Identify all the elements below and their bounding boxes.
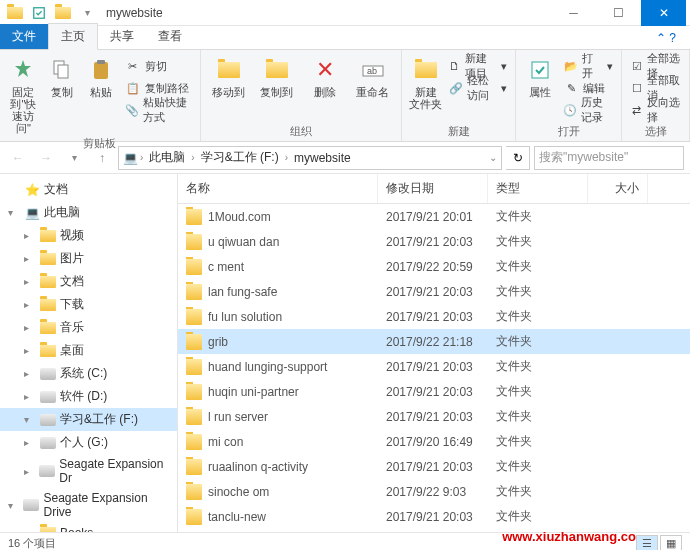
- expand-icon[interactable]: ▸: [24, 437, 36, 448]
- recent-locations-button[interactable]: ▾: [62, 146, 86, 170]
- tab-share[interactable]: 共享: [98, 24, 146, 49]
- expand-icon[interactable]: ▸: [24, 466, 35, 477]
- search-input[interactable]: 搜索"mywebsite": [534, 146, 684, 170]
- tree-item[interactable]: ▸图片: [0, 247, 177, 270]
- copy-to-button[interactable]: 复制到: [255, 54, 299, 122]
- column-date[interactable]: 修改日期: [378, 174, 488, 203]
- paste-shortcut-button[interactable]: 📎粘贴快捷方式: [123, 100, 194, 120]
- file-row[interactable]: huqin uni-partner2017/9/21 20:03文件夹: [178, 379, 690, 404]
- properties-button[interactable]: 属性: [522, 54, 557, 122]
- history-button[interactable]: 🕓历史记录: [561, 100, 615, 120]
- column-name[interactable]: 名称: [178, 174, 378, 203]
- delete-button[interactable]: ✕删除: [303, 54, 347, 122]
- expand-icon[interactable]: ▸: [24, 276, 36, 287]
- select-none-icon: ☐: [630, 80, 642, 96]
- expand-icon[interactable]: ▸: [24, 299, 36, 310]
- ribbon-help[interactable]: ⌃ ?: [650, 27, 682, 49]
- crumb-drive[interactable]: 学习&工作 (F:): [197, 149, 283, 166]
- file-row[interactable]: tanclu-new2017/9/21 20:03文件夹: [178, 504, 690, 529]
- minimize-button[interactable]: ─: [551, 0, 596, 26]
- easy-access-button[interactable]: 🔗轻松访问 ▾: [447, 78, 509, 98]
- tree-item[interactable]: ⭐文档: [0, 178, 177, 201]
- paste-button[interactable]: 粘贴: [84, 54, 119, 134]
- expand-icon[interactable]: ▸: [24, 322, 36, 333]
- tree-item[interactable]: ▾💻此电脑: [0, 201, 177, 224]
- tab-home[interactable]: 主页: [48, 23, 98, 50]
- crumb-this-pc[interactable]: 此电脑: [145, 149, 189, 166]
- tree-item[interactable]: ▾Seagate Expansion Drive: [0, 488, 177, 522]
- file-row[interactable]: zi anule-main2017/9/21 20:02文件夹: [178, 529, 690, 532]
- pin-to-quick-access-button[interactable]: 固定到"快速访问": [6, 54, 41, 134]
- navigation-pane[interactable]: ⭐文档▾💻此电脑▸视频▸图片▸文档▸下载▸音乐▸桌面▸系统 (C:)▸软件 (D…: [0, 174, 178, 532]
- open-button[interactable]: 📂打开 ▾: [561, 56, 615, 76]
- tree-item[interactable]: ▸视频: [0, 224, 177, 247]
- tree-item[interactable]: ▸桌面: [0, 339, 177, 362]
- file-list[interactable]: 名称 修改日期 类型 大小 1Moud.com2017/9/21 20:01文件…: [178, 174, 690, 532]
- new-folder-button[interactable]: 新建 文件夹: [408, 54, 443, 122]
- copy-button[interactable]: 复制: [45, 54, 80, 134]
- file-row[interactable]: huand lunging-support2017/9/21 20:03文件夹: [178, 354, 690, 379]
- invert-selection-button[interactable]: ⇄反向选择: [628, 100, 683, 120]
- tree-item[interactable]: ▸Seagate Expansion Dr: [0, 454, 177, 488]
- breadcrumb-dropdown[interactable]: ⌄: [489, 152, 497, 163]
- column-type[interactable]: 类型: [488, 174, 588, 203]
- tab-file[interactable]: 文件: [0, 24, 48, 49]
- maximize-button[interactable]: ☐: [596, 0, 641, 26]
- expand-icon[interactable]: ▸: [24, 230, 36, 241]
- expand-icon[interactable]: ▸: [24, 368, 36, 379]
- folder-icon[interactable]: [4, 2, 26, 24]
- details-view-button[interactable]: ☰: [636, 535, 658, 551]
- file-row[interactable]: l run server2017/9/21 20:03文件夹: [178, 404, 690, 429]
- refresh-button[interactable]: ↻: [506, 146, 530, 170]
- thumbnails-view-button[interactable]: ▦: [660, 535, 682, 551]
- file-type: 文件夹: [488, 281, 588, 302]
- close-button[interactable]: ✕: [641, 0, 686, 26]
- file-date: 2017/9/21 20:03: [378, 383, 488, 401]
- file-name: huand lunging-support: [208, 360, 327, 374]
- file-row[interactable]: sinoche om2017/9/22 9:03文件夹: [178, 479, 690, 504]
- file-name: grib: [208, 335, 228, 349]
- back-button[interactable]: ←: [6, 146, 30, 170]
- tab-view[interactable]: 查看: [146, 24, 194, 49]
- up-button[interactable]: ↑: [90, 146, 114, 170]
- expand-icon[interactable]: ▸: [24, 253, 36, 264]
- breadcrumb[interactable]: 💻 › 此电脑 › 学习&工作 (F:) › mywebsite ⌄: [118, 146, 502, 170]
- move-to-button[interactable]: 移动到: [207, 54, 251, 122]
- cut-button[interactable]: ✂剪切: [123, 56, 194, 76]
- tree-label: Seagate Expansion Drive: [43, 491, 173, 519]
- file-row[interactable]: ruaalinon q-activity2017/9/21 20:03文件夹: [178, 454, 690, 479]
- tree-icon: [40, 435, 56, 451]
- file-date: 2017/9/22 20:59: [378, 258, 488, 276]
- tree-item[interactable]: Books: [0, 522, 177, 532]
- crumb-folder[interactable]: mywebsite: [290, 151, 355, 165]
- copy-path-icon: 📋: [125, 80, 141, 96]
- qat-dropdown[interactable]: ▾: [76, 2, 98, 24]
- file-row[interactable]: u qiwuan dan2017/9/21 20:03文件夹: [178, 229, 690, 254]
- title-bar: ▾ mywebsite ─ ☐ ✕: [0, 0, 690, 26]
- tree-item[interactable]: ▾学习&工作 (F:): [0, 408, 177, 431]
- file-row[interactable]: c ment2017/9/22 20:59文件夹: [178, 254, 690, 279]
- tree-item[interactable]: ▸音乐: [0, 316, 177, 339]
- qat-new-folder[interactable]: [52, 2, 74, 24]
- file-row[interactable]: mi con2017/9/20 16:49文件夹: [178, 429, 690, 454]
- expand-icon[interactable]: ▾: [8, 500, 19, 511]
- forward-button[interactable]: →: [34, 146, 58, 170]
- tree-item[interactable]: ▸文档: [0, 270, 177, 293]
- expand-icon[interactable]: ▾: [8, 207, 20, 218]
- expand-icon[interactable]: ▾: [24, 414, 36, 425]
- tree-item[interactable]: ▸系统 (C:): [0, 362, 177, 385]
- file-row[interactable]: 1Moud.com2017/9/21 20:01文件夹: [178, 204, 690, 229]
- file-row[interactable]: grib2017/9/22 21:18文件夹: [178, 329, 690, 354]
- column-size[interactable]: 大小: [588, 174, 648, 203]
- qat-properties[interactable]: [28, 2, 50, 24]
- rename-button[interactable]: ab重命名: [351, 54, 395, 122]
- tree-item[interactable]: ▸软件 (D:): [0, 385, 177, 408]
- tree-item[interactable]: ▸下载: [0, 293, 177, 316]
- file-row[interactable]: lan fung-safe2017/9/21 20:03文件夹: [178, 279, 690, 304]
- expand-icon[interactable]: ▸: [24, 391, 36, 402]
- tree-item[interactable]: ▸个人 (G:): [0, 431, 177, 454]
- ribbon-group-organize: 移动到 复制到 ✕删除 ab重命名 组织: [201, 50, 402, 141]
- expand-icon[interactable]: ▸: [24, 345, 36, 356]
- tree-icon: [40, 366, 56, 382]
- file-row[interactable]: fu lun solution2017/9/21 20:03文件夹: [178, 304, 690, 329]
